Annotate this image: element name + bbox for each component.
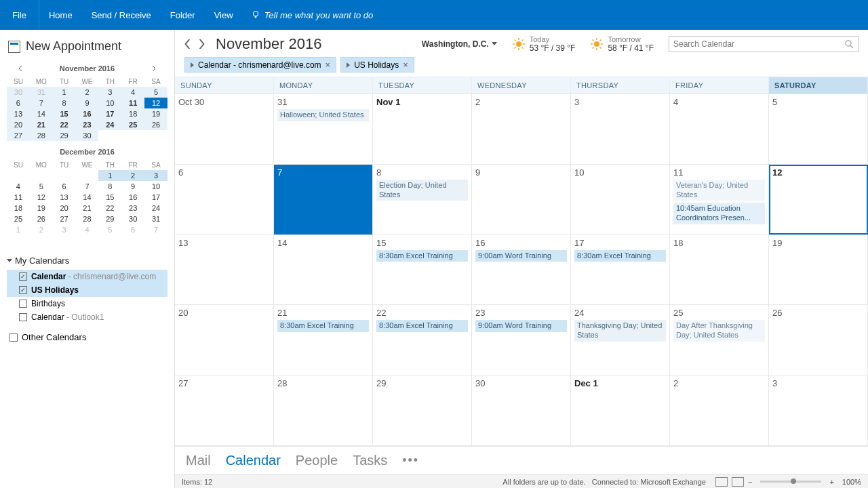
my-calendars-group[interactable]: My Calendars [7, 256, 167, 266]
view-tab[interactable]: View [205, 0, 243, 30]
next-icon[interactable] [198, 39, 205, 49]
nav-calendar[interactable]: Calendar [226, 453, 281, 468]
prev-icon[interactable] [184, 39, 191, 49]
day-cell[interactable]: 24Thanksgiving Day; United States [571, 305, 670, 375]
calendar-tab-primary[interactable]: Calendar - chrismenard@live.com × [184, 57, 336, 73]
day-cell[interactable]: 158:30am Excel Training [373, 235, 472, 305]
day-cell-selected[interactable]: 7 [274, 165, 373, 235]
day-cell[interactable]: 218:30am Excel Training [274, 305, 373, 375]
svg-line-7 [514, 40, 515, 41]
day-cell[interactable]: 26 [769, 305, 868, 375]
other-calendars-group[interactable]: Other Calendars [7, 324, 167, 344]
mini-dec-grid[interactable]: SUMOTUWETHFRSA 123 45678910 111213141516… [7, 160, 167, 235]
nav-more-icon[interactable]: ••• [402, 453, 419, 468]
cal-item-birthdays[interactable]: Birthdays [7, 297, 167, 310]
mini-calendar-dec: December 2016 SUMOTUWETHFRSA 123 4567891… [7, 148, 167, 235]
view-normal-icon[interactable] [715, 477, 728, 487]
event[interactable]: 8:30am Excel Training [376, 250, 468, 262]
day-cell[interactable]: 13 [175, 235, 274, 305]
next-month-icon[interactable] [151, 66, 157, 71]
nav-tasks[interactable]: Tasks [353, 453, 387, 468]
weather-location[interactable]: Washington, D.C. [422, 39, 497, 49]
checkbox-icon[interactable]: ✓ [19, 286, 27, 294]
day-cell[interactable]: 28 [274, 375, 373, 445]
send-receive-tab[interactable]: Send / Receive [82, 0, 161, 30]
close-icon[interactable]: × [326, 60, 331, 70]
checkbox-icon[interactable] [9, 333, 18, 342]
day-cell[interactable]: 29 [373, 375, 472, 445]
event[interactable]: 10:45am Education Coordinators Presen... [673, 203, 765, 224]
day-cell[interactable]: 20 [175, 305, 274, 375]
day-cell[interactable]: 228:30am Excel Training [373, 305, 472, 375]
event[interactable]: 8:30am Excel Training [376, 320, 468, 332]
view-reading-icon[interactable] [732, 477, 744, 487]
day-cell[interactable]: 6 [175, 165, 274, 235]
search-icon[interactable] [844, 39, 854, 49]
search-input[interactable] [673, 39, 844, 49]
event[interactable]: 9:00am Word Training [475, 250, 567, 262]
calendar-icon [8, 41, 20, 53]
new-appointment-button[interactable]: New Appointment [0, 30, 174, 60]
dropdown-icon [492, 42, 497, 46]
day-cell[interactable]: 9 [472, 165, 571, 235]
svg-line-10 [521, 40, 523, 41]
file-tab[interactable]: File [0, 0, 39, 30]
checkbox-icon[interactable] [19, 300, 27, 308]
close-icon[interactable]: × [403, 60, 408, 70]
day-cell[interactable]: 2 [472, 94, 571, 164]
day-cell[interactable]: 31Halloween; United States [274, 94, 373, 164]
event[interactable]: Thanksgiving Day; United States [574, 320, 666, 342]
day-cell[interactable]: 2 [670, 375, 769, 445]
nav-mail[interactable]: Mail [186, 453, 211, 468]
day-cell[interactable]: 14 [274, 235, 373, 305]
calendar-tab-holidays[interactable]: US Holidays × [340, 57, 414, 73]
day-cell[interactable]: 178:30am Excel Training [571, 235, 670, 305]
folder-tab[interactable]: Folder [161, 0, 205, 30]
tell-me[interactable]: Tell me what you want to do [251, 0, 374, 30]
day-cell[interactable]: 11Veteran's Day; United States10:45am Ed… [670, 165, 769, 235]
svg-line-19 [600, 40, 601, 41]
zoom-in-icon[interactable]: + [829, 478, 833, 486]
status-bar: Items: 12 All folders are up to date. Co… [175, 474, 868, 488]
prev-month-icon[interactable] [18, 66, 23, 71]
event[interactable]: 8:30am Excel Training [574, 250, 666, 262]
event[interactable]: Veteran's Day; United States [673, 180, 765, 201]
event[interactable]: 8:30am Excel Training [277, 320, 369, 332]
cal-item-calendar[interactable]: ✓Calendar - chrismenard@live.com [7, 270, 167, 283]
search-box[interactable] [669, 36, 859, 52]
mini-nov-grid[interactable]: SUMOTUWETHFRSA 303112345 6789101112 1314… [7, 77, 167, 141]
day-cell[interactable]: 8Election Day; United States [373, 165, 472, 235]
day-cell[interactable]: 30 [472, 375, 571, 445]
zoom-slider[interactable] [760, 481, 821, 483]
day-cell[interactable]: 27 [175, 375, 274, 445]
day-cell[interactable]: Nov 1 [373, 94, 472, 164]
day-cell[interactable]: 18 [670, 235, 769, 305]
nav-people[interactable]: People [296, 453, 338, 468]
dow-sun: SUNDAY [175, 77, 274, 94]
day-cell[interactable]: 5 [769, 94, 868, 164]
day-cell[interactable]: 239:00am Word Training [472, 305, 571, 375]
event[interactable]: Halloween; United States [277, 109, 369, 121]
arrow-right-icon [347, 62, 350, 68]
day-cell[interactable]: 169:00am Word Training [472, 235, 571, 305]
day-cell-today[interactable]: 12 [769, 165, 868, 235]
svg-line-21 [850, 45, 853, 48]
cal-item-outlook1[interactable]: Calendar - Outlook1 [7, 310, 167, 324]
day-cell[interactable]: Dec 1 [571, 375, 670, 445]
checkbox-icon[interactable]: ✓ [19, 272, 27, 281]
day-cell[interactable]: 4 [670, 94, 769, 164]
checkbox-icon[interactable] [19, 313, 27, 321]
event[interactable]: 9:00am Word Training [475, 320, 567, 332]
day-cell[interactable]: Oct 30 [175, 94, 274, 164]
day-cell[interactable]: 19 [769, 235, 868, 305]
day-cell[interactable]: 10 [571, 165, 670, 235]
dow-fri: FRIDAY [670, 77, 769, 94]
event[interactable]: Election Day; United States [376, 180, 468, 201]
day-cell[interactable]: 25Day After Thanksgiving Day; United Sta… [670, 305, 769, 375]
zoom-out-icon[interactable]: − [748, 478, 752, 486]
day-cell[interactable]: 3 [571, 94, 670, 164]
event[interactable]: Day After Thanksgiving Day; United State… [673, 320, 765, 342]
day-cell[interactable]: 3 [769, 375, 868, 445]
cal-item-holidays[interactable]: ✓US Holidays [7, 283, 167, 297]
home-tab[interactable]: Home [39, 0, 82, 30]
